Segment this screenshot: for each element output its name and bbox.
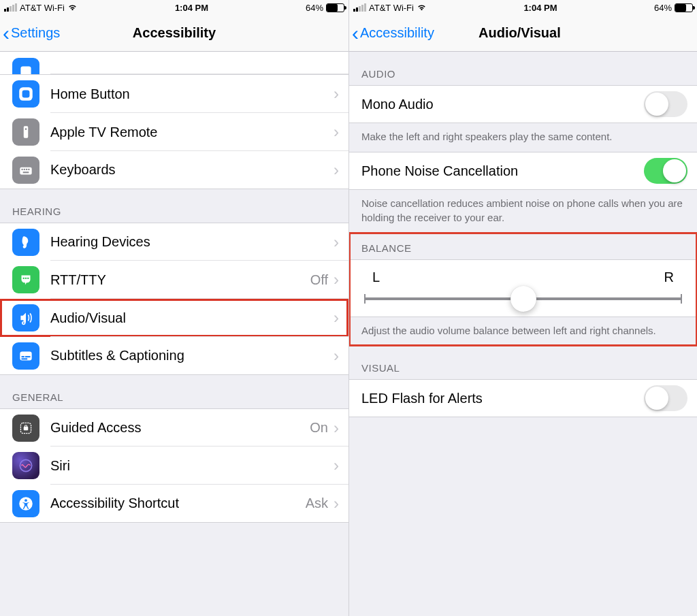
svg-rect-13 [27,278,29,279]
subtitles-icon [12,342,39,370]
balance-left-label: L [372,270,380,285]
back-button[interactable]: ‹ Settings [3,23,60,44]
battery-icon [326,3,344,12]
scroll-content[interactable]: Home Button › Apple TV Remote › Keyboard… [0,52,348,616]
svg-rect-10 [23,172,29,173]
keyboard-icon [12,157,39,184]
row-value: Ask [306,496,328,511]
row-guided-access[interactable]: Guided Access On › [0,408,348,447]
status-bar: AT&T Wi-Fi 1:04 PM 64% [0,0,348,15]
balance-labels: L R [372,270,674,285]
status-time: 1:04 PM [523,3,557,13]
back-label: Settings [11,25,60,41]
chevron-right-icon: › [334,270,339,289]
row-label: Audio/Visual [50,310,334,326]
svg-rect-18 [25,356,31,357]
section-header-balance: BALANCE [349,233,697,259]
svg-point-4 [25,128,27,130]
toggle-phone-noise[interactable] [644,158,687,184]
svg-rect-7 [24,168,25,169]
row-subtitles[interactable]: Subtitles & Captioning › [0,337,348,375]
nav-bar: ‹ Accessibility Audio/Visual [349,15,697,52]
row-rtt-tty[interactable]: RTT/TTY Off › [0,261,348,299]
footer-phone-noise: Noise cancellation reduces ambient noise… [349,190,697,233]
balance-right-label: R [664,270,674,285]
chevron-right-icon: › [334,456,339,475]
row-hearing-devices[interactable]: Hearing Devices › [0,223,348,261]
ear-icon [12,229,39,256]
section-header-hearing: HEARING [0,189,348,223]
svg-rect-11 [23,278,25,279]
page-title: Audio/Visual [479,25,561,41]
rtt-tty-icon [12,266,39,293]
chevron-right-icon: › [334,494,339,513]
balance-slider[interactable] [364,297,682,300]
row-phone-noise-cancellation[interactable]: Phone Noise Cancellation [349,152,697,190]
page-title: Accessibility [133,25,216,41]
row-label: Accessibility Shortcut [50,496,306,511]
toggle-led-flash[interactable] [644,385,687,411]
row-led-flash[interactable]: LED Flash for Alerts [349,379,697,417]
row-truncated[interactable] [0,52,348,75]
battery-percent: 64% [306,3,323,13]
apple-tv-remote-icon [12,118,39,146]
carrier-label: AT&T Wi-Fi [369,3,414,13]
back-button[interactable]: ‹ Accessibility [352,23,434,44]
svg-rect-19 [22,358,28,359]
status-left: AT&T Wi-Fi [353,3,427,13]
svg-rect-0 [20,66,31,75]
section-header-audio: AUDIO [349,52,697,85]
siri-icon [12,452,39,479]
status-right: 64% [654,3,693,13]
home-button-icon [12,80,39,108]
row-label: RTT/TTY [50,272,310,288]
signal-icon [4,4,17,12]
row-label: Hearing Devices [50,234,334,250]
row-accessibility-shortcut[interactable]: Accessibility Shortcut Ask › [0,485,348,523]
guided-access-icon [12,415,39,442]
carrier-label: AT&T Wi-Fi [20,3,65,13]
svg-rect-22 [25,425,27,427]
chevron-right-icon: › [334,308,339,327]
row-label: Keyboards [50,162,334,178]
status-bar: AT&T Wi-Fi 1:04 PM 64% [349,0,697,15]
wifi-icon [67,3,78,12]
wifi-icon [417,3,427,12]
chevron-right-icon: › [334,419,339,438]
scroll-content[interactable]: AUDIO Mono Audio Make the left and right… [349,52,697,616]
footer-balance: Adjust the audio volume balance between … [349,317,697,346]
row-siri[interactable]: Siri › [0,447,348,485]
row-label: LED Flash for Alerts [361,391,644,406]
row-label: Phone Noise Cancellation [361,163,644,179]
status-right: 64% [306,3,344,13]
row-value: Off [310,272,328,288]
row-label: Subtitles & Captioning [50,348,334,363]
back-label: Accessibility [360,25,434,41]
footer-mono-audio: Make the left and right speakers play th… [349,123,697,152]
balance-section-highlight: BALANCE L R Adjust the audio volume bala… [349,233,697,346]
row-keyboards[interactable]: Keyboards › [0,151,348,189]
row-audio-visual[interactable]: Audio/Visual › [0,299,348,337]
row-label: Siri [50,458,334,474]
svg-rect-5 [20,167,31,174]
row-home-button[interactable]: Home Button › [0,75,348,113]
battery-icon [675,3,693,12]
row-label: Home Button [50,86,334,102]
chevron-right-icon: › [334,346,339,366]
svg-point-25 [25,499,27,502]
chevron-left-icon: ‹ [352,23,359,44]
row-label: Mono Audio [361,97,644,112]
row-mono-audio[interactable]: Mono Audio [349,85,697,123]
battery-percent: 64% [654,3,672,13]
slider-knob[interactable] [510,286,536,312]
chevron-left-icon: ‹ [3,23,10,44]
signal-icon [353,4,366,12]
toggle-mono-audio[interactable] [644,91,687,117]
generic-icon [12,58,39,75]
row-label: Apple TV Remote [50,125,334,140]
svg-rect-2 [22,91,30,98]
phone-audio-visual: AT&T Wi-Fi 1:04 PM 64% ‹ Accessibility A… [348,0,697,616]
nav-bar: ‹ Settings Accessibility [0,15,348,52]
row-apple-tv-remote[interactable]: Apple TV Remote › [0,113,348,151]
phone-accessibility: AT&T Wi-Fi 1:04 PM 64% ‹ Settings Access… [0,0,348,616]
